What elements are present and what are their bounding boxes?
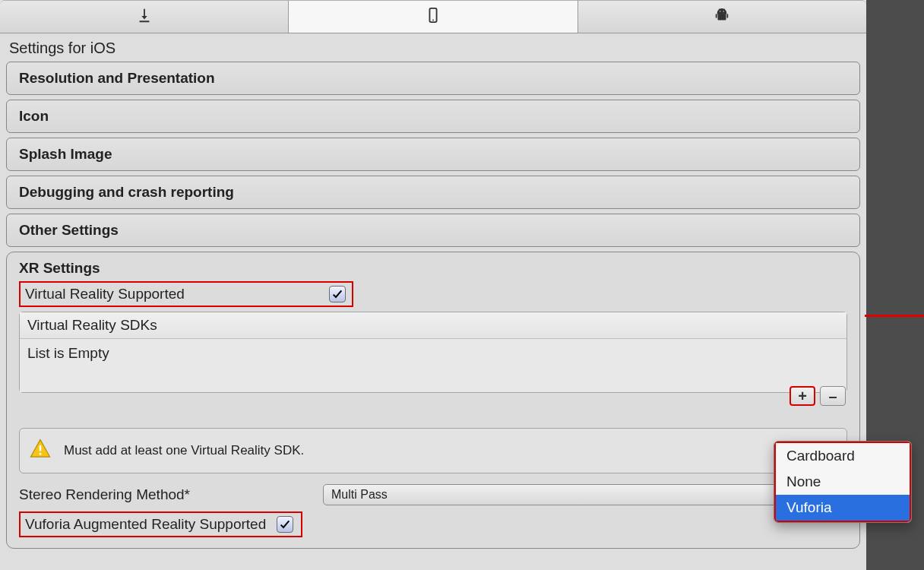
vr-supported-label: Virtual Reality Supported bbox=[25, 286, 185, 302]
svg-point-5 bbox=[720, 11, 720, 11]
annotation-red-line bbox=[865, 315, 924, 317]
vuforia-ar-checkbox[interactable] bbox=[277, 516, 293, 533]
svg-rect-3 bbox=[716, 14, 717, 17]
popup-item-vuforia[interactable]: Vuforia bbox=[776, 495, 910, 521]
stereo-rendering-label: Stereo Rendering Method* bbox=[19, 486, 323, 503]
plus-icon: + bbox=[798, 388, 807, 404]
stereo-rendering-value: Multi Pass bbox=[331, 488, 388, 502]
remove-sdk-button[interactable]: – bbox=[820, 386, 846, 406]
warning-icon bbox=[29, 438, 52, 464]
section-icon[interactable]: Icon bbox=[6, 100, 860, 133]
stereo-rendering-row: Stereo Rendering Method* Multi Pass bbox=[19, 484, 847, 505]
section-resolution[interactable]: Resolution and Presentation bbox=[6, 62, 860, 95]
minus-icon: – bbox=[828, 388, 837, 404]
svg-rect-7 bbox=[40, 445, 42, 451]
vr-sdk-warning-text: Must add at least one Virtual Reality SD… bbox=[64, 443, 304, 458]
section-other[interactable]: Other Settings bbox=[6, 214, 860, 247]
settings-heading: Settings for iOS bbox=[0, 33, 866, 62]
section-xr-settings: XR Settings Virtual Reality Supported Vi… bbox=[6, 252, 860, 549]
download-icon bbox=[136, 5, 153, 28]
vr-supported-row: Virtual Reality Supported bbox=[19, 281, 353, 307]
xr-settings-title: XR Settings bbox=[19, 260, 847, 277]
vr-sdk-list-header: Virtual Reality SDKs bbox=[20, 312, 846, 339]
section-splash[interactable]: Splash Image bbox=[6, 138, 860, 171]
inspector-panel: Settings for iOS Resolution and Presenta… bbox=[0, 0, 866, 570]
sdk-add-remove-buttons: + – bbox=[790, 386, 846, 406]
section-debug[interactable]: Debugging and crash reporting bbox=[6, 176, 860, 209]
stereo-rendering-dropdown[interactable]: Multi Pass bbox=[323, 484, 847, 505]
platform-tabs bbox=[0, 0, 866, 33]
vuforia-ar-label: Vuforia Augmented Reality Supported bbox=[25, 516, 266, 533]
vuforia-ar-row: Vuforia Augmented Reality Supported bbox=[19, 511, 302, 537]
sdk-popup-menu: Cardboard None Vuforia bbox=[774, 441, 912, 523]
vr-sdk-list-empty: List is Empty bbox=[20, 339, 846, 392]
vr-sdk-warning: Must add at least one Virtual Reality SD… bbox=[19, 428, 847, 473]
add-sdk-button[interactable]: + bbox=[790, 386, 815, 406]
tab-android[interactable] bbox=[578, 0, 866, 33]
vr-sdk-list: Virtual Reality SDKs List is Empty bbox=[19, 312, 847, 393]
popup-item-cardboard[interactable]: Cardboard bbox=[776, 443, 910, 469]
svg-point-6 bbox=[723, 11, 724, 11]
svg-rect-2 bbox=[718, 14, 726, 20]
popup-item-none[interactable]: None bbox=[776, 469, 910, 495]
vr-supported-checkbox[interactable] bbox=[329, 286, 346, 302]
android-icon bbox=[714, 5, 730, 28]
phone-icon bbox=[425, 5, 441, 28]
tab-ios[interactable] bbox=[289, 0, 578, 33]
tab-standalone[interactable] bbox=[0, 0, 289, 33]
svg-point-1 bbox=[432, 20, 434, 21]
svg-rect-4 bbox=[727, 14, 729, 17]
svg-rect-8 bbox=[40, 453, 42, 455]
